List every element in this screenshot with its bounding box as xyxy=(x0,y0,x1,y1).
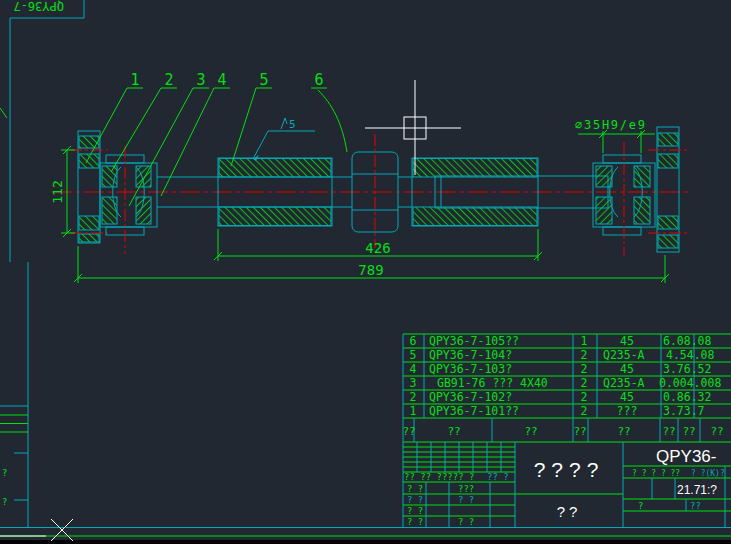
callout-2: 2 xyxy=(164,71,173,89)
revision-cell: ? ? xyxy=(407,495,423,505)
svg-text:GB91-76 ??? 4X40: GB91-76 ??? 4X40 xyxy=(437,376,548,390)
svg-text:0.86.32: 0.86.32 xyxy=(663,390,711,404)
dim-text: ∅35H9/e9 xyxy=(575,118,645,132)
revision-header: ?? ? xyxy=(487,472,509,482)
svg-text:2: 2 xyxy=(581,390,588,404)
callout-5: 5 xyxy=(259,71,268,89)
callout-4: 4 xyxy=(217,71,226,89)
svg-text:QPY36-7-101??: QPY36-7-101?? xyxy=(429,404,519,418)
hatch-region xyxy=(219,159,331,178)
hatch-region xyxy=(79,234,99,242)
approvals: ? ? ? ? ?? xyxy=(632,469,680,478)
svg-text:45: 45 xyxy=(620,362,634,376)
col-header: ?? xyxy=(524,425,537,438)
hatch-region xyxy=(596,197,612,224)
hatch-region xyxy=(596,166,612,187)
cad-canvas[interactable]: ? ? QPY36-7 xyxy=(0,0,731,544)
svg-text:1: 1 xyxy=(410,404,417,418)
revision-cell: ? ? xyxy=(407,517,423,527)
svg-text:QPY36-7-102?: QPY36-7-102? xyxy=(429,390,512,404)
dim-text: 426 xyxy=(365,240,390,256)
hatch-region xyxy=(658,133,678,146)
svg-text:6.08.08: 6.08.08 xyxy=(663,334,712,348)
svg-text:QPY36-7-103?: QPY36-7-103? xyxy=(429,362,512,376)
svg-text:1: 1 xyxy=(581,334,588,348)
col-header: ?? xyxy=(402,425,415,438)
hatch-region xyxy=(79,154,99,168)
scale-value: 21.71:? xyxy=(677,483,717,497)
col-header: ?? xyxy=(447,425,460,438)
margin-mark: ? xyxy=(2,497,7,507)
adjacent-sheet-corner-label: QPY36-7 xyxy=(13,0,64,13)
svg-text:4: 4 xyxy=(410,362,417,376)
svg-text:3: 3 xyxy=(410,376,417,390)
callout-3: 3 xyxy=(196,71,205,89)
svg-text:3.73.7: 3.73.7 xyxy=(663,404,705,418)
revision-cell: ? ? xyxy=(407,506,423,516)
hatch-region xyxy=(658,235,678,248)
col-header: ?? xyxy=(573,425,586,438)
svg-text:2: 2 xyxy=(581,348,588,362)
hatch-region xyxy=(658,154,678,168)
stamp: ? xyxy=(638,501,643,511)
revision-header: ?? ?? ????? ? xyxy=(404,472,474,482)
svg-text:QPY36-7-104?: QPY36-7-104? xyxy=(429,348,512,362)
approvals: ? ?(K)? xyxy=(691,469,725,478)
svg-text:QPY36-7-105??: QPY36-7-105?? xyxy=(429,334,519,348)
hatch-region xyxy=(413,159,537,178)
callout-6: 6 xyxy=(314,71,323,89)
svg-text:0.004.008: 0.004.008 xyxy=(659,376,721,390)
hatch-region xyxy=(413,207,537,226)
hatch-region xyxy=(79,216,99,230)
col-header: ?? xyxy=(662,425,675,438)
dim-text: 789 xyxy=(358,262,383,278)
revision-cell: ? ? xyxy=(458,495,474,505)
svg-text:6: 6 xyxy=(410,334,417,348)
svg-text:Q235-A: Q235-A xyxy=(603,376,645,390)
svg-text:???: ??? xyxy=(617,404,638,418)
svg-text:5: 5 xyxy=(410,348,417,362)
finish-value: 5 xyxy=(289,118,296,131)
hatch-region xyxy=(658,216,678,229)
svg-text:2: 2 xyxy=(581,362,588,376)
hatch-region xyxy=(79,136,99,148)
svg-text:3.76.52: 3.76.52 xyxy=(663,362,711,376)
svg-text:2: 2 xyxy=(581,376,588,390)
dim-text: 112 xyxy=(50,180,65,203)
revision-cell: ? ? xyxy=(458,517,474,527)
svg-text:45: 45 xyxy=(620,334,634,348)
hatch-region xyxy=(219,207,331,226)
svg-text:Q235-A: Q235-A xyxy=(603,348,645,362)
stamp: ?? xyxy=(690,501,701,511)
margin-mark: ? xyxy=(2,468,7,478)
col-header: ?? xyxy=(710,425,723,438)
svg-text:45: 45 xyxy=(620,390,634,404)
revision-cell: ??? xyxy=(458,484,474,494)
svg-text:2: 2 xyxy=(410,390,417,404)
drawing-title: ???? xyxy=(534,458,605,481)
svg-text:4.54.08: 4.54.08 xyxy=(666,348,715,362)
callout-1: 1 xyxy=(130,71,139,89)
taskbar-edge xyxy=(0,540,731,544)
svg-text:2: 2 xyxy=(581,404,588,418)
drawing-number: QPY36- xyxy=(656,447,716,466)
revision-cell: ? ? xyxy=(407,484,423,494)
cad-drawing: ? ? QPY36-7 xyxy=(0,0,731,544)
col-header: ?? xyxy=(617,425,630,438)
col-header: ?? xyxy=(682,425,695,438)
hatch-region xyxy=(102,197,117,224)
drawing-subtitle: ?? xyxy=(557,503,582,520)
